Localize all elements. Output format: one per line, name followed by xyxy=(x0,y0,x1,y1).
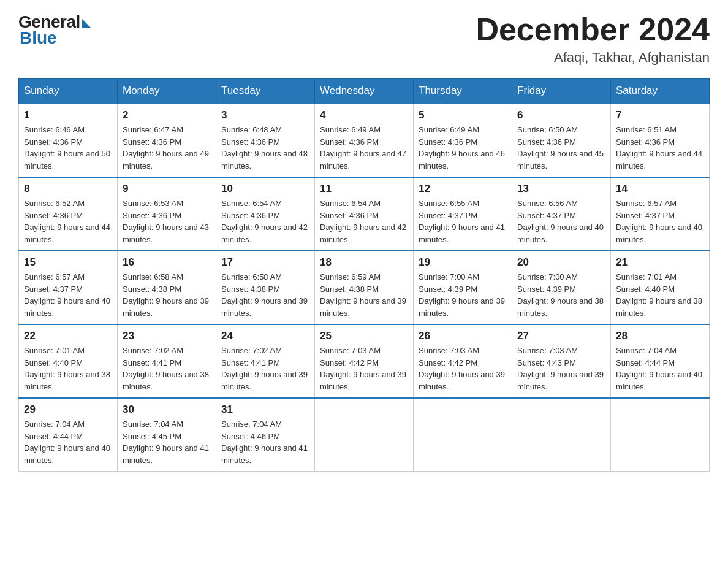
day-number: 2 xyxy=(123,109,211,121)
day-number: 4 xyxy=(320,109,408,121)
day-info: Sunrise: 6:46 AMSunset: 4:36 PMDaylight:… xyxy=(24,124,112,172)
day-number: 13 xyxy=(517,183,605,195)
calendar-cell: 13 Sunrise: 6:56 AMSunset: 4:37 PMDaylig… xyxy=(512,177,611,251)
day-info: Sunrise: 7:02 AMSunset: 4:41 PMDaylight:… xyxy=(123,345,211,393)
calendar-week-row: 8 Sunrise: 6:52 AMSunset: 4:36 PMDayligh… xyxy=(19,177,710,251)
day-number: 22 xyxy=(24,330,112,342)
calendar-cell: 29 Sunrise: 7:04 AMSunset: 4:44 PMDaylig… xyxy=(19,398,118,472)
calendar-cell: 28 Sunrise: 7:04 AMSunset: 4:44 PMDaylig… xyxy=(611,324,710,398)
page-header: General Blue December 2024 Afaqi, Takhar… xyxy=(18,12,710,66)
calendar-header-tuesday: Tuesday xyxy=(216,79,315,104)
calendar-table: SundayMondayTuesdayWednesdayThursdayFrid… xyxy=(18,78,710,472)
calendar-week-row: 29 Sunrise: 7:04 AMSunset: 4:44 PMDaylig… xyxy=(19,398,710,472)
calendar-header-monday: Monday xyxy=(118,79,216,104)
calendar-cell: 5 Sunrise: 6:49 AMSunset: 4:36 PMDayligh… xyxy=(414,104,512,177)
calendar-header-sunday: Sunday xyxy=(19,79,118,104)
calendar-cell: 9 Sunrise: 6:53 AMSunset: 4:36 PMDayligh… xyxy=(118,177,216,251)
day-number: 7 xyxy=(616,109,704,121)
calendar-header-row: SundayMondayTuesdayWednesdayThursdayFrid… xyxy=(19,79,710,104)
calendar-cell: 25 Sunrise: 7:03 AMSunset: 4:42 PMDaylig… xyxy=(315,324,414,398)
calendar-cell: 15 Sunrise: 6:57 AMSunset: 4:37 PMDaylig… xyxy=(19,251,118,324)
calendar-header-wednesday: Wednesday xyxy=(315,79,414,104)
day-number: 9 xyxy=(123,183,211,195)
day-number: 23 xyxy=(123,330,211,342)
calendar-cell: 16 Sunrise: 6:58 AMSunset: 4:38 PMDaylig… xyxy=(118,251,216,324)
calendar-cell: 24 Sunrise: 7:02 AMSunset: 4:41 PMDaylig… xyxy=(216,324,315,398)
month-title: December 2024 xyxy=(476,12,710,47)
day-number: 1 xyxy=(24,109,112,121)
day-number: 25 xyxy=(320,330,408,342)
day-info: Sunrise: 6:57 AMSunset: 4:37 PMDaylight:… xyxy=(616,197,704,245)
calendar-cell: 14 Sunrise: 6:57 AMSunset: 4:37 PMDaylig… xyxy=(611,177,710,251)
day-info: Sunrise: 6:51 AMSunset: 4:36 PMDaylight:… xyxy=(616,124,704,172)
day-number: 19 xyxy=(419,256,507,269)
day-info: Sunrise: 7:03 AMSunset: 4:43 PMDaylight:… xyxy=(517,345,605,393)
day-info: Sunrise: 7:04 AMSunset: 4:45 PMDaylight:… xyxy=(123,418,211,466)
day-number: 14 xyxy=(616,183,704,195)
day-number: 27 xyxy=(517,330,605,342)
day-info: Sunrise: 6:48 AMSunset: 4:36 PMDaylight:… xyxy=(221,124,309,172)
calendar-cell: 23 Sunrise: 7:02 AMSunset: 4:41 PMDaylig… xyxy=(118,324,216,398)
day-info: Sunrise: 7:00 AMSunset: 4:39 PMDaylight:… xyxy=(517,271,605,319)
day-number: 11 xyxy=(320,183,408,195)
day-info: Sunrise: 7:01 AMSunset: 4:40 PMDaylight:… xyxy=(24,345,112,393)
day-number: 31 xyxy=(221,404,309,416)
location: Afaqi, Takhar, Afghanistan xyxy=(476,50,710,66)
calendar-cell: 12 Sunrise: 6:55 AMSunset: 4:37 PMDaylig… xyxy=(414,177,512,251)
day-number: 3 xyxy=(221,109,309,121)
day-info: Sunrise: 7:03 AMSunset: 4:42 PMDaylight:… xyxy=(320,345,408,393)
day-number: 10 xyxy=(221,183,309,195)
calendar-cell: 22 Sunrise: 7:01 AMSunset: 4:40 PMDaylig… xyxy=(19,324,118,398)
logo-triangle-icon xyxy=(82,19,91,28)
day-info: Sunrise: 7:03 AMSunset: 4:42 PMDaylight:… xyxy=(419,345,507,393)
day-number: 12 xyxy=(419,183,507,195)
calendar-cell: 19 Sunrise: 7:00 AMSunset: 4:39 PMDaylig… xyxy=(414,251,512,324)
calendar-cell: 30 Sunrise: 7:04 AMSunset: 4:45 PMDaylig… xyxy=(118,398,216,472)
title-section: December 2024 Afaqi, Takhar, Afghanistan xyxy=(476,12,710,66)
logo: General Blue xyxy=(18,12,91,48)
calendar-cell: 26 Sunrise: 7:03 AMSunset: 4:42 PMDaylig… xyxy=(414,324,512,398)
calendar-cell xyxy=(512,398,611,472)
calendar-cell xyxy=(315,398,414,472)
day-info: Sunrise: 7:01 AMSunset: 4:40 PMDaylight:… xyxy=(616,271,704,319)
calendar-cell: 27 Sunrise: 7:03 AMSunset: 4:43 PMDaylig… xyxy=(512,324,611,398)
calendar-cell: 21 Sunrise: 7:01 AMSunset: 4:40 PMDaylig… xyxy=(611,251,710,324)
calendar-cell: 4 Sunrise: 6:49 AMSunset: 4:36 PMDayligh… xyxy=(315,104,414,177)
day-info: Sunrise: 6:52 AMSunset: 4:36 PMDaylight:… xyxy=(24,197,112,245)
calendar-cell: 10 Sunrise: 6:54 AMSunset: 4:36 PMDaylig… xyxy=(216,177,315,251)
calendar-cell xyxy=(611,398,710,472)
day-info: Sunrise: 7:04 AMSunset: 4:44 PMDaylight:… xyxy=(24,418,112,466)
day-number: 29 xyxy=(24,404,112,416)
calendar-cell: 31 Sunrise: 7:04 AMSunset: 4:46 PMDaylig… xyxy=(216,398,315,472)
calendar-cell: 1 Sunrise: 6:46 AMSunset: 4:36 PMDayligh… xyxy=(19,104,118,177)
day-number: 24 xyxy=(221,330,309,342)
calendar-header-friday: Friday xyxy=(512,79,611,104)
day-info: Sunrise: 6:58 AMSunset: 4:38 PMDaylight:… xyxy=(123,271,211,319)
calendar-week-row: 22 Sunrise: 7:01 AMSunset: 4:40 PMDaylig… xyxy=(19,324,710,398)
day-info: Sunrise: 6:47 AMSunset: 4:36 PMDaylight:… xyxy=(123,124,211,172)
day-info: Sunrise: 7:02 AMSunset: 4:41 PMDaylight:… xyxy=(221,345,309,393)
calendar-week-row: 1 Sunrise: 6:46 AMSunset: 4:36 PMDayligh… xyxy=(19,104,710,177)
day-number: 17 xyxy=(221,256,309,269)
day-number: 20 xyxy=(517,256,605,269)
day-info: Sunrise: 6:56 AMSunset: 4:37 PMDaylight:… xyxy=(517,197,605,245)
day-info: Sunrise: 6:58 AMSunset: 4:38 PMDaylight:… xyxy=(221,271,309,319)
day-number: 28 xyxy=(616,330,704,342)
day-number: 21 xyxy=(616,256,704,269)
calendar-header-thursday: Thursday xyxy=(414,79,512,104)
day-info: Sunrise: 6:59 AMSunset: 4:38 PMDaylight:… xyxy=(320,271,408,319)
calendar-week-row: 15 Sunrise: 6:57 AMSunset: 4:37 PMDaylig… xyxy=(19,251,710,324)
calendar-cell: 3 Sunrise: 6:48 AMSunset: 4:36 PMDayligh… xyxy=(216,104,315,177)
day-number: 26 xyxy=(419,330,507,342)
calendar-cell: 11 Sunrise: 6:54 AMSunset: 4:36 PMDaylig… xyxy=(315,177,414,251)
day-number: 15 xyxy=(24,256,112,269)
logo-blue-text: Blue xyxy=(20,28,57,48)
day-number: 30 xyxy=(123,404,211,416)
day-info: Sunrise: 6:50 AMSunset: 4:36 PMDaylight:… xyxy=(517,124,605,172)
calendar-cell: 6 Sunrise: 6:50 AMSunset: 4:36 PMDayligh… xyxy=(512,104,611,177)
day-number: 5 xyxy=(419,109,507,121)
calendar-cell: 18 Sunrise: 6:59 AMSunset: 4:38 PMDaylig… xyxy=(315,251,414,324)
day-number: 6 xyxy=(517,109,605,121)
calendar-cell: 2 Sunrise: 6:47 AMSunset: 4:36 PMDayligh… xyxy=(118,104,216,177)
day-info: Sunrise: 6:54 AMSunset: 4:36 PMDaylight:… xyxy=(221,197,309,245)
